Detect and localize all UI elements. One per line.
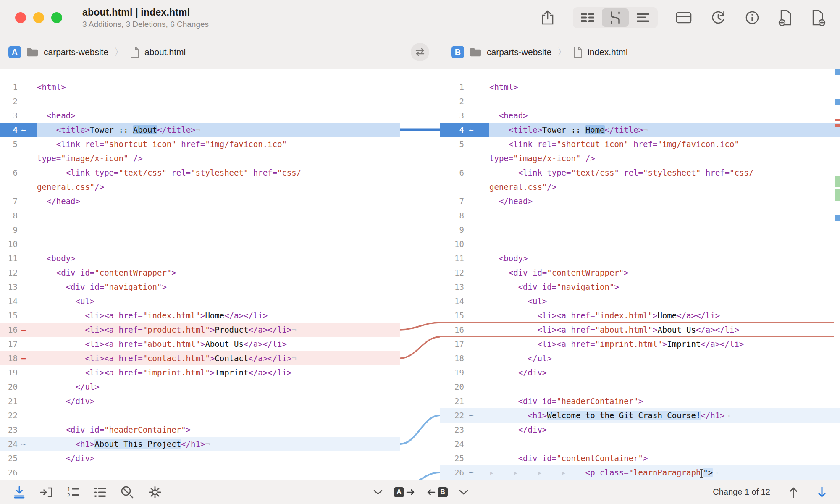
info-button[interactable] [744, 10, 760, 26]
code-line[interactable]: <head> [37, 108, 400, 123]
code-line[interactable]: <li><a href="imprint.html">Imprint</a></… [37, 365, 400, 380]
code-row[interactable]: 15 <li><a href="index.html">Home</a></li… [440, 308, 840, 323]
code-row[interactable]: 21 <div id="headerContainer"> [440, 394, 840, 408]
code-line[interactable]: </head> [489, 194, 840, 208]
code-line[interactable]: <div id="headerContainer"> [489, 394, 840, 408]
code-line[interactable]: <div id="headerContainer"> [37, 423, 400, 437]
code-row[interactable]: 19 </div> [440, 365, 840, 380]
blocks-view-button[interactable] [574, 8, 601, 27]
code-line[interactable]: </div> [37, 394, 400, 408]
code-line[interactable]: ▸ ▸ ▸ ▸ <p class="learnParagraph">¬ [489, 465, 840, 480]
code-line[interactable]: <link type="text/css" rel="stylesheet" h… [489, 165, 840, 180]
code-line[interactable] [489, 208, 840, 223]
code-line[interactable] [489, 380, 840, 394]
code-line[interactable]: <link rel="shortcut icon" href="img/favi… [37, 137, 400, 151]
code-line[interactable]: <div id="contentWrapper"> [489, 265, 840, 280]
new-file-b-button[interactable] [811, 9, 826, 26]
code-row[interactable]: 13 <div id="navigation"> [0, 280, 400, 294]
code-row[interactable]: 26~▸ ▸ ▸ ▸ <p class="learnParagraph">¬ [440, 465, 840, 480]
code-row[interactable]: 9 [0, 223, 400, 237]
code-row[interactable]: 20 </ul> [0, 380, 400, 394]
code-row[interactable]: 17 <li><a href="imprint.html">Imprint</a… [440, 337, 840, 351]
code-line[interactable]: </head> [37, 194, 400, 208]
code-row[interactable]: 15 <li><a href="index.html">Home</a></li… [0, 308, 400, 323]
code-row[interactable]: general.css"/> [0, 180, 400, 194]
minimize-button[interactable] [33, 12, 44, 23]
code-row[interactable]: 2 [440, 94, 840, 108]
code-line[interactable]: <html> [489, 80, 840, 94]
code-row[interactable]: 6 <link type="text/css" rel="stylesheet"… [0, 165, 400, 180]
code-line[interactable]: <div id="contentWrapper"> [37, 265, 400, 280]
code-row[interactable]: 5 <link rel="shortcut icon" href="img/fa… [440, 137, 840, 151]
code-line[interactable]: <h1>Welcome to the Git Crash Course!</h1… [489, 408, 840, 423]
code-line[interactable]: </div> [37, 451, 400, 465]
settings-button[interactable] [148, 485, 162, 499]
breadcrumb-folder-b[interactable]: carparts-website [487, 47, 551, 57]
code-line[interactable]: </div> [489, 423, 840, 437]
pane-a-options-button[interactable] [373, 489, 383, 495]
swap-files-button[interactable] [411, 43, 429, 61]
code-line[interactable]: <ul> [37, 294, 400, 308]
no-edit-button[interactable] [120, 485, 134, 499]
code-row[interactable]: 9 [440, 223, 840, 237]
code-row[interactable]: 23 <div id="headerContainer"> [0, 423, 400, 437]
code-line[interactable]: </div> [489, 365, 840, 380]
code-line[interactable] [489, 94, 840, 108]
code-row[interactable]: 16 <li><a href="about.html">About Us</a>… [440, 323, 840, 337]
code-line[interactable]: <li><a href="product.html">Product</a></… [37, 323, 400, 337]
code-row[interactable]: 24~ <h1>About This Project</h1>¬ [0, 437, 400, 451]
code-line[interactable]: <div id="navigation"> [489, 280, 840, 294]
code-line[interactable]: <html> [37, 80, 400, 94]
code-row[interactable]: 12 <div id="contentWrapper"> [0, 265, 400, 280]
code-row[interactable]: 22 [0, 408, 400, 423]
code-line[interactable]: <li><a href="contact.html">Contact</a></… [37, 351, 400, 365]
code-row[interactable]: 3 <head> [440, 108, 840, 123]
code-line[interactable]: </ul> [489, 351, 840, 365]
code-line[interactable]: <li><a href="index.html">Home</a></li> [489, 308, 840, 323]
code-row[interactable]: 8 [440, 208, 840, 223]
code-line[interactable] [489, 237, 840, 251]
code-line[interactable] [37, 237, 400, 251]
code-row[interactable]: 1<html> [440, 80, 840, 94]
code-pane-b[interactable]: 1<html>23 <head>4~ <title>Tower :: Home<… [440, 69, 840, 480]
code-row[interactable]: 4~ <title>Tower :: About</title>¬ [0, 123, 400, 137]
code-line[interactable]: <head> [489, 108, 840, 123]
code-row[interactable]: 11 <body> [440, 251, 840, 265]
compact-list-button[interactable] [93, 486, 107, 499]
code-line[interactable]: <link rel="shortcut icon" href="img/favi… [489, 137, 840, 151]
code-line[interactable]: <link type="text/css" rel="stylesheet" h… [37, 165, 400, 180]
pane-b-options-button[interactable] [459, 489, 469, 495]
next-change-button[interactable] [816, 486, 827, 499]
breadcrumb-folder-a[interactable]: carparts-website [44, 47, 108, 57]
code-line[interactable]: <li><a href="imprint.html">Imprint</a></… [489, 337, 840, 351]
code-line[interactable] [489, 437, 840, 451]
code-row[interactable]: 6 <link type="text/css" rel="stylesheet"… [440, 165, 840, 180]
code-row[interactable]: 25 </div> [0, 451, 400, 465]
apply-change-button[interactable] [13, 486, 26, 499]
code-line[interactable]: <title>Tower :: About</title>¬ [37, 123, 400, 137]
code-line[interactable]: <h1>About This Project</h1>¬ [37, 437, 400, 451]
code-line[interactable]: general.css"/> [489, 180, 840, 194]
zoom-button[interactable] [51, 12, 62, 23]
code-line[interactable]: </ul> [37, 380, 400, 394]
merge-arrow-button[interactable] [39, 486, 53, 499]
code-line[interactable] [37, 465, 400, 480]
code-row[interactable]: 8 [0, 208, 400, 223]
code-row[interactable]: 24 [440, 437, 840, 451]
code-row[interactable]: 25 <div id="contentContainer"> [440, 451, 840, 465]
code-line[interactable] [489, 223, 840, 237]
code-row[interactable]: 18− <li><a href="contact.html">Contact</… [0, 351, 400, 365]
code-row[interactable]: 18 </ul> [440, 351, 840, 365]
code-line[interactable]: <li><a href="index.html">Home</a></li> [37, 308, 400, 323]
code-row[interactable]: type="image/x-icon" /> [440, 151, 840, 165]
code-line[interactable] [37, 408, 400, 423]
code-row[interactable]: 26 [0, 465, 400, 480]
code-line[interactable] [37, 223, 400, 237]
code-line[interactable]: <body> [37, 251, 400, 265]
code-line[interactable]: <ul> [489, 294, 840, 308]
copy-to-a-control[interactable]: A [394, 487, 415, 497]
code-row[interactable]: 21 </div> [0, 394, 400, 408]
fluid-view-button[interactable] [602, 8, 629, 27]
code-line[interactable]: <title>Tower :: Home</title>¬ [489, 123, 840, 137]
code-row[interactable]: 5 <link rel="shortcut icon" href="img/fa… [0, 137, 400, 151]
